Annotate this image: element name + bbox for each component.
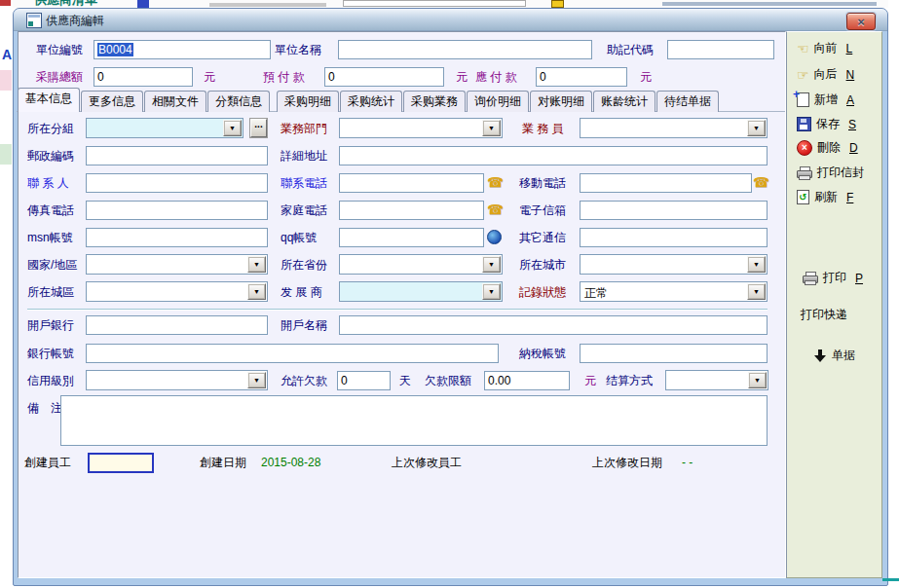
tab-related-files[interactable]: 相關文件: [144, 91, 206, 112]
status-combo[interactable]: 正常 ▼: [580, 281, 768, 302]
tab-pending-bills[interactable]: 待结单据: [656, 91, 719, 112]
mobile-input[interactable]: [580, 173, 752, 193]
chevron-down-icon[interactable]: ▼: [747, 283, 766, 300]
email-input[interactable]: [580, 201, 768, 220]
bank-account-label: 銀行帳號: [27, 347, 74, 360]
tab-aging-stats[interactable]: 账龄统计: [593, 91, 656, 112]
address-input[interactable]: [339, 146, 768, 165]
msn-input[interactable]: [86, 228, 268, 247]
city-label: 所在城市: [519, 258, 566, 272]
next-label: 向后: [814, 66, 838, 83]
print-express-button[interactable]: 打印快递: [801, 307, 847, 323]
chevron-down-icon[interactable]: ▼: [482, 283, 501, 300]
contact-input[interactable]: [86, 173, 268, 193]
qq-input[interactable]: [339, 228, 484, 247]
chevron-down-icon[interactable]: ▼: [247, 372, 266, 388]
home-phone-input[interactable]: [339, 201, 484, 220]
account-name-input[interactable]: [339, 315, 768, 335]
mnemonic-input[interactable]: [667, 40, 774, 59]
print-envelope-button[interactable]: 打印信封: [797, 165, 873, 181]
tab-inquiry-detail[interactable]: 询价明细: [467, 91, 529, 112]
print-button[interactable]: 打印P: [803, 270, 863, 286]
fax-input[interactable]: [86, 201, 268, 220]
chevron-down-icon[interactable]: ▼: [247, 283, 266, 300]
phone-icon[interactable]: ☎: [487, 175, 504, 189]
chevron-down-icon[interactable]: ▼: [748, 372, 767, 388]
country-combo[interactable]: ▼: [86, 254, 268, 275]
mobile-label: 移動電話: [519, 176, 566, 190]
add-button[interactable]: + 新增A: [797, 92, 854, 108]
refresh-button[interactable]: ↺ 刷新F: [797, 189, 853, 205]
postcode-input[interactable]: [86, 146, 268, 165]
settlement-combo[interactable]: ▼: [665, 370, 768, 390]
unit-code-label: 單位編號: [36, 43, 83, 56]
save-button[interactable]: 保存S: [797, 116, 856, 132]
contact-label: 聯 系 人: [27, 176, 69, 190]
refresh-icon: ↺: [797, 190, 809, 204]
unit-code-input[interactable]: B0004: [94, 40, 271, 59]
group-combo[interactable]: ▼: [86, 118, 243, 138]
delete-button[interactable]: × 刪除D: [797, 139, 858, 156]
tax-account-label: 納稅帳號: [519, 347, 566, 360]
refresh-label: 刷新: [814, 189, 838, 205]
debt-limit-input[interactable]: [484, 371, 570, 390]
debt-days-input[interactable]: [337, 371, 391, 390]
developer-combo[interactable]: ▼: [339, 281, 503, 302]
chevron-down-icon[interactable]: ▼: [482, 120, 501, 136]
tab-category-info[interactable]: 分類信息: [207, 91, 270, 112]
fax-label: 傳真電話: [27, 203, 74, 217]
contact-phone-label: 聯系電話: [281, 176, 327, 190]
tab-more-info[interactable]: 更多信息: [81, 91, 143, 112]
bank-input[interactable]: [86, 315, 268, 335]
chevron-down-icon[interactable]: ▼: [482, 256, 501, 273]
tab-purchase-detail[interactable]: 采购明细: [277, 91, 339, 112]
purchase-total-input[interactable]: [94, 67, 193, 87]
city-combo[interactable]: ▼: [580, 254, 768, 275]
creator-input[interactable]: [88, 453, 154, 473]
chevron-down-icon[interactable]: ▼: [223, 120, 242, 136]
prepaid-input[interactable]: [324, 67, 444, 87]
delete-icon: ×: [797, 140, 812, 156]
parent-top-fragment: [209, 3, 326, 7]
parent-left-strip: A: [0, 0, 13, 588]
print-express-label: 打印快递: [801, 307, 847, 323]
other-im-input[interactable]: [580, 228, 768, 247]
salesman-combo[interactable]: ▼: [580, 118, 768, 138]
credit-combo[interactable]: ▼: [86, 370, 268, 390]
unit-name-input[interactable]: [338, 40, 592, 59]
globe-icon[interactable]: [487, 230, 502, 244]
group-label: 所在分組: [27, 122, 74, 135]
group-browse-button[interactable]: ...: [250, 119, 267, 137]
close-button[interactable]: ×: [846, 13, 876, 30]
remark-textarea[interactable]: [60, 395, 768, 446]
creator-label: 創建員工: [24, 456, 71, 469]
parent-row-pink: [0, 70, 12, 91]
payable-label: 應 付 款: [475, 70, 517, 84]
payable-input[interactable]: [536, 67, 627, 87]
floppy-disk-icon: [797, 117, 811, 131]
next-button[interactable]: ☞ 向后N: [797, 66, 854, 83]
contact-phone-input[interactable]: [339, 173, 484, 193]
printer-icon: [803, 272, 818, 284]
tab-basic-info[interactable]: 基本信息: [18, 88, 80, 112]
phone-icon[interactable]: ☎: [753, 175, 769, 189]
province-combo[interactable]: ▼: [339, 254, 503, 275]
tab-reconcile-detail[interactable]: 对账明细: [530, 91, 592, 112]
bank-account-input[interactable]: [86, 344, 499, 363]
tab-purchase-business[interactable]: 采购業務: [403, 91, 466, 112]
tab-purchase-stats[interactable]: 采购统计: [340, 91, 402, 112]
district-combo[interactable]: ▼: [86, 281, 268, 302]
chevron-down-icon[interactable]: ▼: [747, 120, 766, 136]
salesman-label: 業 務 員: [522, 122, 564, 135]
tax-account-input[interactable]: [580, 344, 768, 363]
bills-button[interactable]: 单据: [814, 348, 855, 364]
phone-icon[interactable]: ☎: [487, 202, 504, 216]
chevron-down-icon[interactable]: ▼: [247, 256, 266, 273]
dept-combo[interactable]: ▼: [339, 118, 503, 138]
prev-button[interactable]: ☜ 向前L: [797, 40, 852, 56]
debt-limit-label: 欠款限額: [425, 374, 471, 387]
chevron-down-icon[interactable]: ▼: [747, 256, 766, 273]
status-label: 記錄狀態: [519, 285, 566, 299]
dialog-titlebar[interactable]: 供應商編輯 ×: [14, 9, 887, 31]
down-arrow-icon: [814, 349, 827, 363]
